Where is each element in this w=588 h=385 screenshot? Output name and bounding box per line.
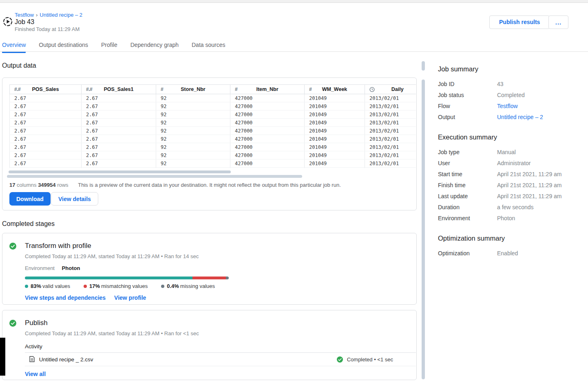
table-cell: 92 [156, 168, 230, 168]
view-steps-link[interactable]: View steps and dependencies [25, 294, 106, 301]
sidebar-section-heading: Optimization summary [438, 235, 579, 242]
output-data-card: #.#POS_Sales#.#POS_Sales1#Store_Nbr#Item… [2, 77, 417, 210]
summary-row: Finish timeApril 21st 2021, 11:29 am [438, 182, 579, 188]
summary-row: OptimizationEnabled [438, 250, 579, 256]
tab-dependency-graph[interactable]: Dependency graph [130, 42, 179, 52]
activity-status: Completed • <1 sec [337, 353, 393, 366]
table-cell: 427000 [230, 135, 305, 143]
quality-bar-segment [192, 277, 226, 279]
table-cell: 92 [156, 151, 230, 159]
table-row: 2.672.67924270002010492013/02/01 [10, 159, 416, 168]
table-cell: 2.67 [82, 168, 156, 168]
summary-row: Durationa few seconds [438, 204, 579, 210]
table-cell: 2013/02/01 [365, 151, 416, 159]
summary-value: a few seconds [497, 204, 534, 210]
summary-label: Output [438, 114, 497, 120]
legend-dot-icon [25, 285, 28, 288]
environment-label: Environment [25, 265, 55, 271]
sidebar-section-heading: Execution summary [438, 133, 579, 141]
summary-row: OutputUntitled recipe – 2 [438, 114, 579, 120]
table-cell: 2.67 [82, 94, 156, 102]
table-cell: 2.67 [10, 119, 82, 127]
table-cell: 2013/02/01 [365, 127, 416, 135]
summary-label: Job type [438, 149, 497, 155]
clock-icon [369, 86, 375, 93]
breadcrumb-recipe-link[interactable]: Untitled recipe – 2 [40, 12, 82, 18]
activity-file-name: Untitled recipe _ 2.csv [39, 356, 93, 363]
job-header: Testflow›Untitled recipe – 2 Job 43 Fini… [0, 3, 588, 39]
more-options-button[interactable]: ... [548, 15, 568, 29]
column-header[interactable]: #.#POS_Sales [10, 85, 82, 94]
table-cell: 92 [156, 111, 230, 119]
environment-value: Photon [62, 265, 80, 271]
stage-title: Publish [25, 319, 416, 327]
summary-row: FlowTestflow [438, 103, 579, 109]
legend-dot-icon [84, 285, 87, 288]
table-cell: 2013/02/01 [365, 111, 416, 119]
tab-overview[interactable]: Overview [2, 42, 26, 53]
table-cell: 427000 [230, 127, 305, 135]
table-cell: 427000 [230, 168, 305, 168]
table-row: 2.672.67924270002010492013/02/01 [10, 119, 416, 127]
table-header-row: #.#POS_Sales#.#POS_Sales1#Store_Nbr#Item… [10, 85, 416, 94]
data-preview-grid[interactable]: #.#POS_Sales#.#POS_Sales1#Store_Nbr#Item… [9, 84, 416, 168]
column-header[interactable]: #WM_Week [305, 85, 365, 94]
table-cell: 427000 [230, 102, 305, 111]
screen-artifact [0, 338, 5, 376]
completed-stages-heading: Completed stages [2, 220, 417, 228]
stage-success-icon [9, 320, 16, 327]
column-header[interactable]: #Item_Nbr [230, 85, 305, 94]
column-header[interactable]: #.#POS_Sales1 [82, 85, 156, 94]
table-horizontal-scrollbar[interactable] [9, 170, 231, 173]
column-header[interactable]: #Store_Nbr [156, 85, 230, 94]
vertical-scrollbar-thumb[interactable] [422, 80, 425, 379]
job-summary-sidebar: Job summaryJob ID43Job statusCompletedFl… [438, 65, 579, 270]
summary-value-link[interactable]: Testflow [497, 103, 518, 109]
rows-count: 349954 [38, 182, 55, 188]
table-meta: 17 columns 349954 rows This is a preview… [9, 182, 341, 188]
stage-title: Transform with profile [25, 242, 416, 250]
table-cell: 2.67 [82, 111, 156, 119]
integer-icon: # [309, 86, 312, 92]
table-row: 2.672.67924270002010492013/02/01 [10, 111, 416, 119]
preview-note: This is a preview of the current data in… [78, 182, 341, 188]
summary-value: Enabled [497, 250, 518, 256]
view-details-button[interactable]: View details [51, 192, 98, 206]
column-header[interactable]: Daily [365, 85, 416, 94]
table-cell: 2.67 [82, 151, 156, 159]
publish-stage-card: Publish Completed Today at 11:29 AM, sta… [2, 310, 417, 380]
summary-label: Job ID [438, 81, 497, 87]
summary-label: Finish time [438, 182, 497, 188]
view-all-link[interactable]: View all [25, 371, 46, 377]
output-data-heading: Output data [2, 62, 417, 69]
table-cell: 2.67 [10, 151, 82, 159]
activity-row[interactable]: Untitled recipe _ 2.csv Completed • <1 s… [25, 353, 416, 366]
download-button[interactable]: Download [9, 192, 51, 206]
publish-results-button[interactable]: Publish results [489, 15, 550, 29]
sidebar-section-heading: Job summary [438, 65, 579, 73]
rows-word: rows [57, 182, 68, 188]
quality-bar-segment [226, 277, 229, 279]
summary-value: Manual [497, 149, 516, 155]
tab-output-destinations[interactable]: Output destinations [39, 42, 88, 52]
card-horizontal-scrollbar[interactable] [7, 175, 302, 178]
summary-value: April 21st 2021, 11:29 am [497, 171, 562, 177]
table-cell: 2013/02/01 [365, 143, 416, 151]
table-cell: 92 [156, 94, 230, 102]
tab-data-sources[interactable]: Data sources [192, 42, 225, 52]
table-cell: 427000 [230, 94, 305, 102]
table-cell: 2.67 [10, 135, 82, 143]
breadcrumb-flow-link[interactable]: Testflow [15, 12, 34, 18]
table-cell: 427000 [230, 143, 305, 151]
legend-item: 17%mismatching values [84, 283, 148, 289]
integer-icon: # [235, 86, 237, 92]
table-cell: 2.67 [10, 102, 82, 111]
summary-value: Administrator [497, 160, 531, 166]
vertical-scrollbar-thumb[interactable] [422, 61, 425, 71]
view-profile-link[interactable]: View profile [114, 294, 146, 301]
table-cell: 201049 [305, 119, 365, 127]
summary-value-link[interactable]: Untitled recipe – 2 [497, 114, 543, 120]
tab-profile[interactable]: Profile [101, 42, 117, 52]
table-row: 2.672.67924270002010492013/02/01 [10, 94, 416, 102]
stage-subtitle: Completed Today at 11:29 AM, started Tod… [25, 253, 416, 259]
